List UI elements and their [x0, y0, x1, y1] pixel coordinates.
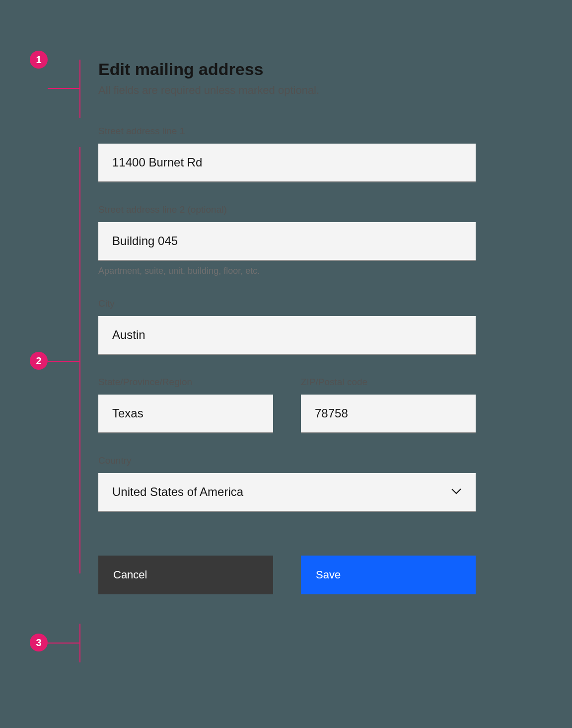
save-button[interactable]: Save — [301, 556, 476, 594]
cancel-button[interactable]: Cancel — [98, 556, 273, 594]
label-state: State/Province/Region — [98, 377, 273, 388]
required-fields-note: All fields are required unless marked op… — [98, 84, 476, 97]
input-zip[interactable] — [301, 395, 476, 433]
annotation-badge-1: 1 — [30, 51, 48, 69]
select-country[interactable]: United States of America — [98, 473, 476, 512]
label-city: City — [98, 298, 476, 309]
field-state: State/Province/Region — [98, 377, 273, 433]
label-country: Country — [98, 455, 476, 466]
annotation-badge-3: 3 — [30, 634, 48, 651]
input-street1[interactable] — [98, 144, 476, 182]
label-street2: Street address line 2 (optional) — [98, 204, 476, 215]
input-state[interactable] — [98, 395, 273, 433]
field-street2: Street address line 2 (optional) Apartme… — [98, 204, 476, 276]
field-city: City — [98, 298, 476, 355]
annotation-badge-2: 2 — [30, 352, 48, 370]
form-actions: Cancel Save — [98, 556, 476, 594]
label-zip: ZIP/Postal code — [301, 377, 476, 388]
input-city[interactable] — [98, 316, 476, 355]
field-zip: ZIP/Postal code — [301, 377, 476, 433]
helper-street2: Apartment, suite, unit, building, floor,… — [98, 266, 476, 276]
edit-mailing-address-form: Edit mailing address All fields are requ… — [98, 60, 476, 594]
field-country: Country United States of America — [98, 455, 476, 512]
label-street1: Street address line 1 — [98, 126, 476, 137]
input-street2[interactable] — [98, 222, 476, 261]
form-title: Edit mailing address — [98, 60, 476, 79]
field-street1: Street address line 1 — [98, 126, 476, 182]
